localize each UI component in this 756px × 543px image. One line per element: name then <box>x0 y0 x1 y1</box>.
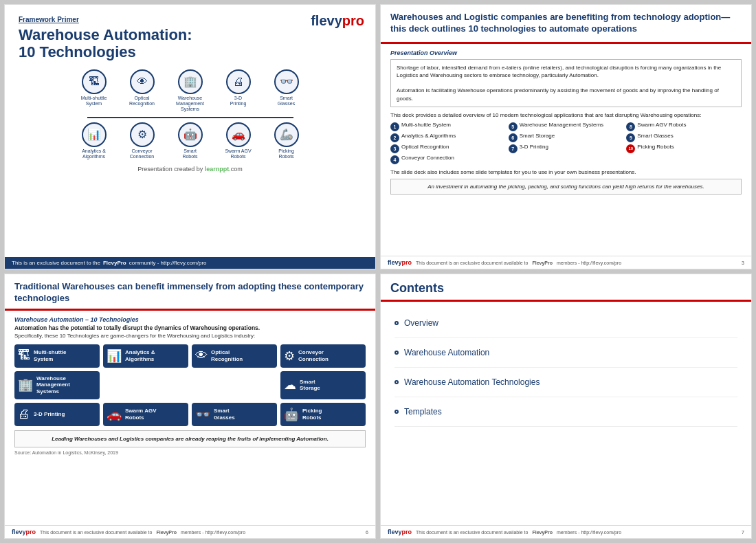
slide4-body: Overview Warehouse Automation Warehouse … <box>381 302 751 525</box>
slide3-body: Warehouse Automation – 10 Technologies A… <box>5 311 375 525</box>
slide2-title: Warehouses and Logistic companies are be… <box>390 12 742 35</box>
toc-item-warehouse-automation[interactable]: Warehouse Automation <box>394 338 737 368</box>
icon-smartrobots: 🤖 SmartRobots <box>170 122 211 160</box>
tile-empty2 <box>192 371 277 399</box>
icon-row-2: 📊 Analytics &Algorithms ⚙ ConveyorConnec… <box>74 122 307 160</box>
icon-wms: 🏢 WarehouseManagementSystems <box>170 69 211 113</box>
slide3-small: Specifically, these 10 Technologies are … <box>14 333 366 339</box>
slide-2: Warehouses and Logistic companies are be… <box>380 4 752 269</box>
slide1-footer: This is an exclusive document to the Fle… <box>5 257 375 269</box>
toc-item-overview[interactable]: Overview <box>394 309 737 338</box>
slide3-subtitle: Warehouse Automation – 10 Technologies <box>14 316 366 323</box>
slide-4: Contents Overview Warehouse Automation W… <box>380 274 752 539</box>
tile-analytics: 📊 Analytics &Algorithms <box>103 344 188 368</box>
icon-glasses: 👓 SmartGlasses <box>266 69 307 113</box>
slide4-flevypro-logo: flevypro <box>388 529 412 535</box>
slide3-header: Traditional Warehouses can benefit immen… <box>5 274 375 311</box>
list-item-9: 9 Smart Glasses <box>626 133 742 142</box>
slide1-title: Warehouse Automation: 10 Technologies <box>19 26 362 61</box>
icon-analytics: 📊 Analytics &Algorithms <box>74 122 115 160</box>
toc-bullet-wat <box>394 380 399 384</box>
list-item-2: 2 Analytics & Algorithms <box>390 133 506 142</box>
icon-row-1: 🏗 Multi-shuttleSystem 👁 OpticalRecogniti… <box>74 69 307 113</box>
slide3-quote: Leading Warehouses and Logistics compani… <box>14 430 366 447</box>
tile-smart-storage: ☁ SmartStorage <box>280 371 366 399</box>
icon-optical: 👁 OpticalRecognition <box>122 69 163 113</box>
list-item-3: 3 Optical Recognition <box>390 144 506 153</box>
slide3-tiles-grid: 🏗 Multi-shuttleSystem 📊 Analytics &Algor… <box>14 344 366 426</box>
tile-optical: 👁 OpticalRecognition <box>192 344 277 368</box>
slide2-quote: An investment in automating the picking,… <box>390 179 742 195</box>
tile-empty <box>103 371 188 399</box>
tile-swarm: 🚗 Swarm AGVRobots <box>103 403 188 426</box>
toc-label-templates: Templates <box>404 407 442 417</box>
slide2-flevypro-logo: flevypro <box>388 259 412 266</box>
icon-picking: 🦾 PickingRobots <box>266 122 307 160</box>
slide3-flevypro-logo: flevypro <box>12 529 36 535</box>
slide3-footer: flevypro This document is an exclusive d… <box>5 525 375 538</box>
icon-conveyor: ⚙ ConveyorConnection <box>122 122 163 160</box>
list-item-5: 5 Warehouse Management Systems <box>509 122 624 131</box>
slide2-also-text: The slide deck also includes some slide … <box>390 168 742 176</box>
slide2-box1: Shortage of labor, intensified demand fr… <box>390 59 742 107</box>
slide3-bold: Automation has the potential to totally … <box>14 324 366 331</box>
toc-item-templates[interactable]: Templates <box>394 397 737 427</box>
list-item-4: 4 Conveyor Connection <box>390 155 506 164</box>
slide2-body: Presentation Overview Shortage of labor,… <box>381 44 751 256</box>
toc-item-warehouse-automation-tech[interactable]: Warehouse Automation Technologies <box>394 368 737 397</box>
tile-multishuttle: 🏗 Multi-shuttleSystem <box>14 344 100 368</box>
slide1-credit: Presentation created by learnppt.com <box>19 160 362 178</box>
slide2-footer: flevypro This document is an exclusive d… <box>381 256 751 269</box>
toc-bullet-overview <box>394 321 399 325</box>
slide2-header: Warehouses and Logistic companies are be… <box>381 5 751 44</box>
toc-bullet-wa <box>394 351 399 355</box>
slide4-footer: flevypro This document is an exclusive d… <box>381 525 751 538</box>
icon-3dprint: 🖨 3-DPrinting <box>218 69 259 113</box>
slide1-icons-area: 🏗 Multi-shuttleSystem 👁 OpticalRecogniti… <box>19 69 362 160</box>
tile-wms: 🏢 WarehouseManagementSystems <box>14 371 100 399</box>
slide3-title: Traditional Warehouses can benefit immen… <box>14 281 366 304</box>
toc-label-wa: Warehouse Automation <box>404 348 489 357</box>
slide-3: Traditional Warehouses can benefit immen… <box>4 274 376 539</box>
icon-multishuttle: 🏗 Multi-shuttleSystem <box>74 69 115 113</box>
slide4-title: Contents <box>390 281 742 296</box>
framework-label: Framework Primer <box>19 16 362 23</box>
slide1-flevypro-logo: flevypro <box>311 13 364 29</box>
tile-glasses: 👓 SmartGlasses <box>192 403 277 426</box>
list-item-8: 8 Swarm AGV Robots <box>626 122 742 131</box>
slide-1: flevypro Framework Primer Warehouse Auto… <box>4 4 376 269</box>
tile-conveyor: ⚙ ConveyorConnection <box>280 344 366 368</box>
list-item-7: 7 3-D Printing <box>509 144 624 153</box>
toc-bullet-templates <box>394 410 399 414</box>
list-item-10: 10 Picking Robots <box>626 144 742 153</box>
tile-3dprint: 🖨 3-D Printing <box>14 403 100 426</box>
list-item-6: 6 Smart Storage <box>509 133 624 142</box>
slide3-source: Source: Automation in Logistics, McKinse… <box>14 450 366 455</box>
icon-swarm: 🚗 Swarm AGVRobots <box>218 122 259 160</box>
slide4-header: Contents <box>381 274 751 302</box>
slide2-overview-label: Presentation Overview <box>390 49 742 56</box>
list-item-1: 1 Multi-shuttle System <box>390 122 506 131</box>
toc-label-overview: Overview <box>404 318 438 328</box>
toc-label-wat: Warehouse Automation Technologies <box>404 377 540 387</box>
slide2-list: 1 Multi-shuttle System 5 Warehouse Manag… <box>390 122 742 164</box>
slide2-text3: This deck provides a detailed overview o… <box>390 111 742 119</box>
connector-line <box>87 117 293 118</box>
tile-picking: 🤖 PickingRobots <box>280 403 366 426</box>
